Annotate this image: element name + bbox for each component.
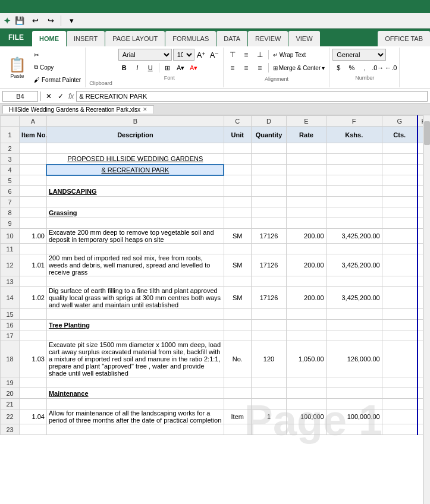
align-top-button[interactable]: ⊤ (226, 49, 239, 61)
cell-20-3[interactable] (251, 388, 287, 399)
cell-11-5[interactable] (326, 244, 382, 254)
cell-7-5[interactable] (326, 197, 382, 207)
cell-9-2[interactable] (224, 218, 251, 229)
cell-4-0[interactable] (20, 165, 47, 175)
cell-8-3[interactable] (251, 207, 287, 218)
cell-8-6[interactable] (382, 207, 418, 218)
cell-13-3[interactable] (251, 276, 287, 287)
cell-17-1[interactable] (46, 330, 224, 341)
cell-13-5[interactable] (326, 276, 382, 287)
cell-6-2[interactable] (224, 186, 251, 197)
cell-11-2[interactable] (224, 244, 251, 254)
cell-4-2[interactable] (224, 165, 251, 175)
cell-15-5[interactable] (326, 309, 382, 320)
cell-12-5[interactable]: 3,425,200.00 (326, 254, 382, 276)
cell-13-1[interactable] (46, 276, 224, 287)
cell-4-3[interactable] (251, 165, 287, 175)
cell-15-3[interactable] (251, 309, 287, 320)
cell-12-1[interactable]: 200 mm bed of imported red soil mix, fre… (46, 254, 224, 276)
cell-3-1[interactable]: PROPOSED HILLSIDE WEDDING GARDENS (46, 154, 224, 165)
cell-22-2[interactable]: Item (224, 410, 251, 424)
cell-19-5[interactable] (326, 377, 382, 388)
cell-15-2[interactable] (224, 309, 251, 320)
row-header-13[interactable]: 13 (1, 276, 20, 287)
cell-9-3[interactable] (251, 218, 287, 229)
cell-9-1[interactable] (46, 218, 224, 229)
cell-14-3[interactable]: 17126 (251, 287, 287, 309)
align-middle-button[interactable]: ≡ (240, 49, 253, 61)
cell-16-3[interactable] (251, 320, 287, 330)
tab-office-tab[interactable]: OFFICE TAB (378, 31, 430, 46)
cell-8-0[interactable] (20, 207, 47, 218)
undo-button[interactable]: ↩ (29, 14, 42, 27)
comma-button[interactable]: , (359, 62, 371, 74)
cell-5-0[interactable] (20, 175, 47, 186)
cell-20-1[interactable]: Maintenance (46, 388, 224, 399)
cell-7-1[interactable] (46, 197, 224, 207)
cell-7-3[interactable] (251, 197, 287, 207)
cell-14-5[interactable]: 3,425,200.00 (326, 287, 382, 309)
cell-16-4[interactable] (287, 320, 326, 330)
cell-3-0[interactable] (20, 154, 47, 165)
underline-button[interactable]: U (145, 62, 156, 74)
cell-16-2[interactable] (224, 320, 251, 330)
cell-20-4[interactable] (287, 388, 326, 399)
cell-7-6[interactable] (382, 197, 418, 207)
cell-2-0[interactable] (20, 143, 47, 154)
confirm-formula-button[interactable]: ✓ (55, 91, 66, 102)
row-header-2[interactable]: 2 (1, 143, 20, 154)
row-header-5[interactable]: 5 (1, 175, 20, 186)
cell-22-1[interactable]: Allow for maintenance of all the landsca… (46, 410, 224, 424)
cell-23-2[interactable] (224, 424, 251, 435)
scrollbar-thumb[interactable] (424, 121, 430, 145)
cell-10-3[interactable]: 17126 (251, 229, 287, 244)
cell-19-3[interactable] (251, 377, 287, 388)
row-header-15[interactable]: 15 (1, 309, 20, 320)
cell-17-6[interactable] (382, 330, 418, 341)
copy-button[interactable]: ⧉ Copy (32, 63, 83, 71)
cell-21-6[interactable] (382, 399, 418, 410)
align-left-button[interactable]: ≡ (226, 62, 239, 74)
fill-color-button[interactable]: A▾ (175, 62, 187, 74)
cell-18-4[interactable]: 1,050.00 (287, 341, 326, 377)
cell-9-4[interactable] (287, 218, 326, 229)
cell-15-4[interactable] (287, 309, 326, 320)
row-header-10[interactable]: 10 (1, 229, 20, 244)
row-header-17[interactable]: 17 (1, 330, 20, 341)
cell-17-0[interactable] (20, 330, 47, 341)
currency-button[interactable]: $ (332, 62, 344, 74)
cell-21-1[interactable] (46, 399, 224, 410)
cell-20-6[interactable] (382, 388, 418, 399)
cell-2-3[interactable] (251, 143, 287, 154)
cell-7-2[interactable] (224, 197, 251, 207)
row-header-4[interactable]: 4 (1, 165, 20, 175)
cell-20-2[interactable] (224, 388, 251, 399)
cell-2-4[interactable] (287, 143, 326, 154)
merge-center-button[interactable]: ⊞ Merge & Center ▾ (271, 64, 328, 72)
cell-21-4[interactable] (287, 399, 326, 410)
cell-2-5[interactable] (326, 143, 382, 154)
align-center-button[interactable]: ≡ (240, 62, 253, 74)
row-header-18[interactable]: 18 (1, 341, 20, 377)
cell-23-1[interactable] (46, 424, 224, 435)
vertical-scrollbar[interactable] (423, 115, 430, 504)
row-header-22[interactable]: 22 (1, 410, 20, 424)
align-bottom-button[interactable]: ⊥ (253, 49, 266, 61)
cell-10-6[interactable] (382, 229, 418, 244)
tab-file[interactable]: FILE (0, 29, 32, 46)
cell-1-6[interactable]: Cts. (382, 127, 418, 143)
cell-11-3[interactable] (251, 244, 287, 254)
cell-6-4[interactable] (287, 186, 326, 197)
col-header-D[interactable]: D (251, 116, 287, 127)
cell-12-6[interactable] (382, 254, 418, 276)
tab-page-layout[interactable]: PAGE LAYOUT (105, 31, 165, 46)
cell-14-6[interactable] (382, 287, 418, 309)
cell-22-3[interactable]: 1 (251, 410, 287, 424)
cell-2-6[interactable] (382, 143, 418, 154)
cell-9-6[interactable] (382, 218, 418, 229)
cell-21-0[interactable] (20, 399, 47, 410)
italic-button[interactable]: I (131, 62, 143, 74)
cell-8-4[interactable] (287, 207, 326, 218)
cell-13-6[interactable] (382, 276, 418, 287)
row-header-14[interactable]: 14 (1, 287, 20, 309)
